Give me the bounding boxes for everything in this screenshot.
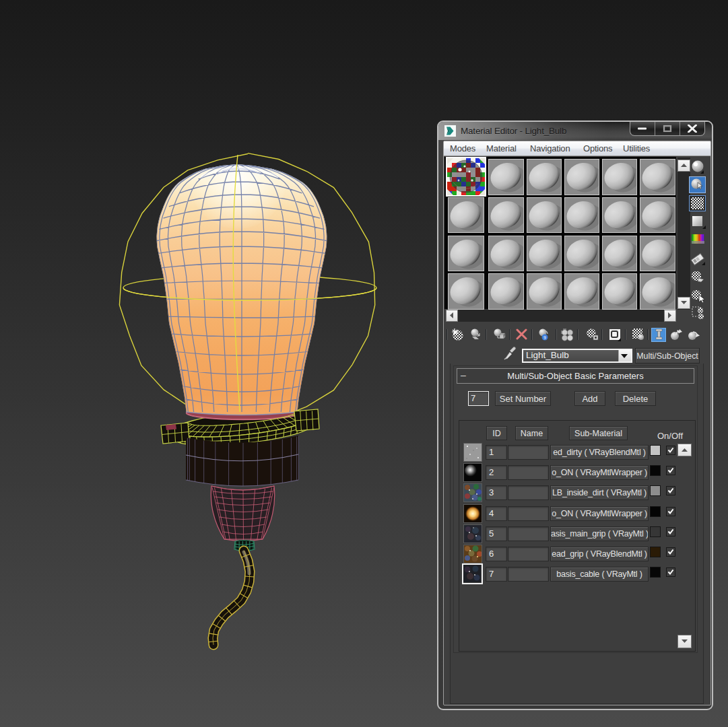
svg-text:9: 9 — [543, 335, 546, 340]
